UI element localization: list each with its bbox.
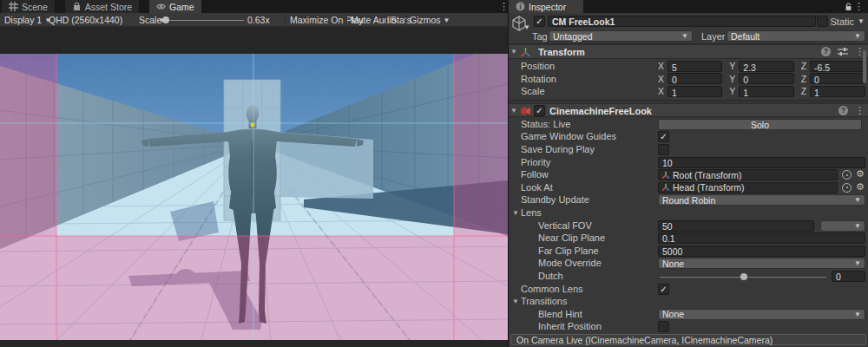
look-at-row: Look At Head (Transform) ⚙ bbox=[509, 181, 868, 194]
gameobject-active-checkbox[interactable]: ✓ bbox=[534, 16, 545, 27]
lock-icon[interactable] bbox=[845, 3, 852, 11]
save-during-play-checkbox[interactable] bbox=[658, 144, 669, 155]
foldout-arrow-icon[interactable]: ▼ bbox=[510, 107, 518, 115]
tab-game[interactable]: Game bbox=[149, 0, 201, 13]
game-viewport[interactable] bbox=[0, 54, 508, 340]
transform-icon bbox=[661, 183, 670, 192]
standby-update-row: Standby Update Round Robin▼ bbox=[509, 193, 868, 206]
guide-left-zone bbox=[0, 54, 56, 340]
transform-header[interactable]: ▼ Transform ? ⋮ bbox=[509, 44, 868, 59]
scale-slider-knob[interactable] bbox=[162, 16, 169, 23]
component-menu-icon[interactable]: ⋮ bbox=[855, 106, 865, 115]
near-clip-field[interactable]: 0.1 bbox=[658, 232, 865, 244]
game-controller-icon bbox=[156, 2, 166, 11]
dutch-row: Dutch 0 bbox=[509, 270, 868, 283]
presets-icon[interactable] bbox=[838, 47, 848, 56]
asset-store-bag-icon bbox=[72, 2, 82, 11]
blend-hint-dropdown[interactable]: None▼ bbox=[658, 309, 865, 320]
vertical-fov-field[interactable]: 50 bbox=[658, 220, 814, 232]
foldout-arrow-icon[interactable]: ▼ bbox=[512, 298, 520, 305]
object-picker-icon[interactable] bbox=[842, 170, 852, 180]
axis-z-label: Z bbox=[801, 61, 806, 71]
inspector-scrollbar[interactable] bbox=[863, 50, 866, 83]
axis-y-label: Y bbox=[729, 61, 735, 71]
scale-slider-track[interactable] bbox=[163, 20, 244, 21]
tag-dropdown[interactable]: Untagged▼ bbox=[549, 30, 693, 42]
scene-grid-icon bbox=[9, 2, 18, 11]
tab-inspector[interactable]: Inspector bbox=[509, 0, 583, 13]
position-z-field[interactable]: -6.5 bbox=[810, 61, 865, 72]
inspector-info-icon bbox=[516, 2, 525, 11]
display-dropdown-label: Display 1 bbox=[4, 15, 42, 25]
status-label: Status: Live bbox=[521, 119, 570, 129]
scale-z-field[interactable]: 1 bbox=[810, 86, 865, 97]
scale-label: Scale bbox=[521, 86, 545, 96]
position-row: Position X5 Y2.3 Z-6.5 bbox=[509, 60, 868, 73]
position-label: Position bbox=[521, 61, 555, 71]
rotation-x-field[interactable]: 0 bbox=[667, 73, 722, 84]
foldout-arrow-icon[interactable]: ▼ bbox=[510, 48, 518, 56]
game-window-guides-checkbox[interactable]: ✓ bbox=[658, 131, 669, 142]
scale-y-field[interactable]: 1 bbox=[739, 86, 793, 97]
gameobject-icon-caret[interactable]: ▼ bbox=[523, 23, 530, 31]
rotation-row: Rotation X0 Y0 Z0 bbox=[509, 73, 868, 86]
layer-value: Default bbox=[731, 31, 760, 42]
tag-value: Untagged bbox=[553, 31, 593, 42]
priority-row: Priority 10 bbox=[509, 156, 868, 169]
scale-x-field[interactable]: 1 bbox=[667, 86, 722, 97]
foldout-arrow-icon[interactable]: ▼ bbox=[512, 209, 520, 217]
position-y-field[interactable]: 2.3 bbox=[739, 61, 793, 72]
static-dropdown-caret[interactable]: ▼ bbox=[858, 17, 865, 25]
mode-override-dropdown[interactable]: None▼ bbox=[658, 258, 865, 269]
gear-icon[interactable]: ⚙ bbox=[856, 168, 865, 179]
blend-hint-value: None bbox=[662, 309, 684, 319]
mode-override-row: Mode Override None▼ bbox=[509, 257, 868, 270]
stats-button[interactable]: Stats bbox=[391, 13, 411, 27]
freelook-body: Status: Live Solo Game Window Guides ✓ S… bbox=[509, 117, 868, 333]
layer-label: Layer bbox=[701, 31, 726, 42]
inherit-position-row: Inherit Position bbox=[509, 320, 868, 333]
camera-live-status-bar: On Camera Live (ICinemachineCamera, ICin… bbox=[510, 334, 866, 345]
freelook-header[interactable]: ▼ ✓ CinemachineFreeLook ? ⋮ bbox=[509, 103, 868, 117]
resolution-dropdown-label: QHD (2560x1440) bbox=[49, 15, 122, 25]
static-checkbox[interactable] bbox=[817, 16, 828, 27]
dutch-field[interactable]: 0 bbox=[832, 271, 865, 282]
standby-update-dropdown[interactable]: Round Robin▼ bbox=[658, 194, 865, 206]
rotation-y-field[interactable]: 0 bbox=[739, 73, 793, 84]
mode-override-value: None bbox=[662, 259, 684, 269]
transform-body: Position X5 Y2.3 Z-6.5 Rotation X0 Y0 Z0… bbox=[509, 59, 868, 100]
guide-bottom-zone bbox=[56, 236, 454, 340]
position-x-field[interactable]: 5 bbox=[667, 61, 722, 72]
transform-title: Transform bbox=[538, 47, 585, 57]
solo-button[interactable]: Solo bbox=[658, 119, 862, 130]
object-picker-icon[interactable] bbox=[842, 183, 852, 193]
inspector-menu-icon[interactable]: ⋮ bbox=[854, 2, 864, 11]
look-at-object-field[interactable]: Head (Transform) bbox=[658, 182, 838, 193]
gameobject-name-field[interactable]: CM FreeLook1 bbox=[548, 16, 816, 27]
tab-game-label: Game bbox=[169, 2, 194, 12]
far-clip-field[interactable]: 5000 bbox=[658, 246, 865, 257]
fov-preset-dropdown[interactable]: ▼ bbox=[820, 220, 865, 232]
layer-dropdown[interactable]: Default▼ bbox=[727, 30, 865, 42]
help-icon[interactable]: ? bbox=[821, 47, 831, 56]
tab-scene[interactable]: Scene bbox=[2, 0, 55, 13]
transform-icon bbox=[520, 47, 531, 58]
gameobject-header: ▼ ✓ CM FreeLook1 Static ▼ Tag Untagged▼ … bbox=[509, 13, 868, 44]
game-window-guides-row: Game Window Guides ✓ bbox=[509, 130, 868, 143]
dutch-slider-knob[interactable] bbox=[740, 273, 747, 280]
mute-audio-button[interactable]: Mute Audio bbox=[351, 13, 397, 27]
common-lens-checkbox[interactable]: ✓ bbox=[658, 284, 669, 295]
gizmos-dropdown[interactable]: Gizmos ▼ bbox=[410, 13, 450, 27]
inherit-position-checkbox[interactable] bbox=[658, 321, 669, 332]
help-icon[interactable]: ? bbox=[838, 106, 848, 115]
freelook-enabled-checkbox[interactable]: ✓ bbox=[534, 105, 545, 116]
follow-object-field[interactable]: Root (Transform) bbox=[658, 169, 838, 180]
tracking-target-dot bbox=[251, 123, 255, 128]
priority-field[interactable]: 10 bbox=[658, 157, 865, 168]
tab-asset-store[interactable]: Asset Store bbox=[65, 0, 139, 13]
gear-icon[interactable]: ⚙ bbox=[856, 181, 865, 192]
guide-right-zone bbox=[454, 54, 508, 340]
rotation-label: Rotation bbox=[521, 74, 556, 84]
rotation-z-field[interactable]: 0 bbox=[810, 73, 865, 84]
lens-foldout-row: ▼ Lens bbox=[509, 206, 868, 219]
